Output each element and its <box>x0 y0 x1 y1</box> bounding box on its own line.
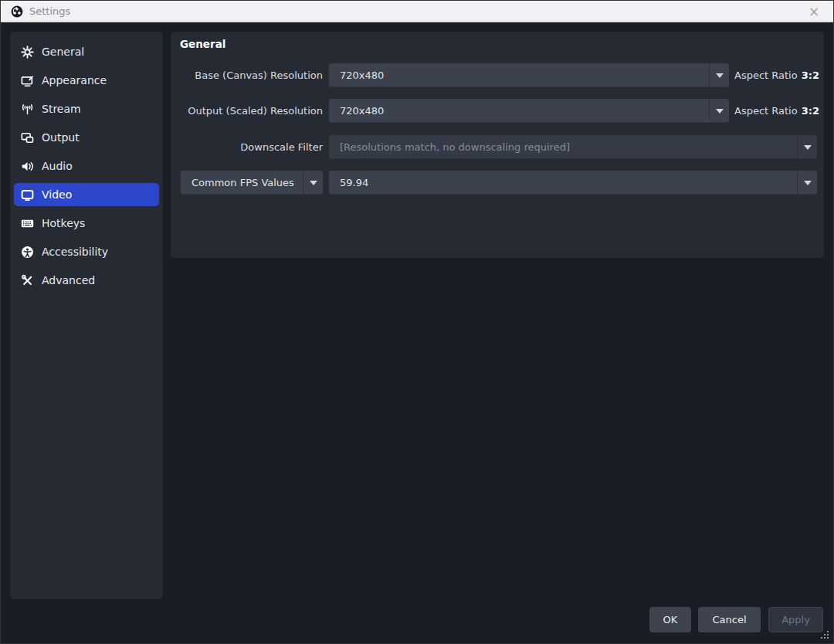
titlebar[interactable]: Settings × <box>1 1 833 22</box>
chevron-down-icon <box>797 171 817 195</box>
accessibility-icon <box>21 246 34 259</box>
fps-value-select[interactable]: 59.94 <box>329 171 817 195</box>
sidebar-item-label: Stream <box>42 103 81 115</box>
resize-grip[interactable] <box>821 631 830 640</box>
sidebar-item-stream[interactable]: Stream <box>14 97 159 120</box>
broadcast-icon <box>21 103 34 116</box>
window-title: Settings <box>29 5 70 17</box>
obs-logo-icon <box>11 5 23 18</box>
sidebar-item-label: Appearance <box>42 74 107 86</box>
section-title: General <box>180 38 225 50</box>
fps-value: 59.94 <box>329 171 797 195</box>
base-aspect-ratio-text: Aspect Ratio3:2 <box>734 63 819 87</box>
chevron-down-icon <box>709 99 729 123</box>
aspect-ratio-value: 3:2 <box>802 69 819 81</box>
appearance-icon <box>21 74 34 87</box>
output-resolution-value: 720x480 <box>329 99 709 123</box>
chevron-down-icon <box>797 135 817 159</box>
close-button[interactable]: × <box>801 1 827 22</box>
sidebar-item-audio[interactable]: Audio <box>14 154 159 178</box>
tools-icon <box>21 274 34 287</box>
fps-type-select[interactable]: Common FPS Values <box>181 171 323 195</box>
downscale-filter-label: Downscale Filter <box>171 135 323 159</box>
output-aspect-ratio-text: Aspect Ratio3:2 <box>734 99 819 123</box>
base-resolution-label: Base (Canvas) Resolution <box>171 63 323 87</box>
keyboard-icon <box>21 217 34 230</box>
sidebar-item-label: Video <box>42 188 72 201</box>
sidebar-item-label: Audio <box>42 160 73 172</box>
output-resolution-select[interactable]: 720x480 <box>329 99 729 123</box>
ok-button[interactable]: OK <box>649 607 691 632</box>
sidebar-item-accessibility[interactable]: Accessibility <box>14 240 159 263</box>
monitor-icon <box>21 188 34 202</box>
gear-icon <box>21 46 34 59</box>
chevron-down-icon <box>709 63 729 87</box>
sidebar-item-video[interactable]: Video <box>14 183 159 206</box>
fps-type-value: Common FPS Values <box>181 171 303 195</box>
sidebar-item-label: Advanced <box>42 274 95 286</box>
aspect-ratio-value: 3:2 <box>802 105 819 117</box>
downscale-filter-select: [Resolutions match, no downscaling requi… <box>329 135 817 159</box>
base-resolution-value: 720x480 <box>329 63 709 87</box>
speaker-icon <box>21 160 34 173</box>
base-resolution-select[interactable]: 720x480 <box>329 63 729 87</box>
video-settings-panel: General Base (Canvas) Resolution 720x480… <box>171 32 824 258</box>
output-resolution-label: Output (Scaled) Resolution <box>171 99 323 123</box>
settings-sidebar: General Appearance <box>10 32 163 599</box>
apply-button: Apply <box>768 607 823 632</box>
sidebar-item-hotkeys[interactable]: Hotkeys <box>14 212 159 235</box>
sidebar-item-output[interactable]: Output <box>14 126 159 149</box>
sidebar-item-advanced[interactable]: Advanced <box>14 269 159 292</box>
sidebar-item-label: Hotkeys <box>42 217 85 229</box>
chevron-down-icon <box>303 171 323 195</box>
sidebar-item-general[interactable]: General <box>14 40 159 63</box>
sidebar-item-label: General <box>42 46 84 58</box>
sidebar-item-appearance[interactable]: Appearance <box>14 69 159 92</box>
sidebar-item-label: Accessibility <box>42 246 108 258</box>
screens-icon <box>21 131 34 144</box>
cancel-button[interactable]: Cancel <box>698 607 761 632</box>
settings-window: Settings × General Appeara <box>0 0 834 644</box>
downscale-filter-value: [Resolutions match, no downscaling requi… <box>329 135 797 159</box>
close-icon: × <box>809 4 819 19</box>
sidebar-item-label: Output <box>42 131 80 144</box>
